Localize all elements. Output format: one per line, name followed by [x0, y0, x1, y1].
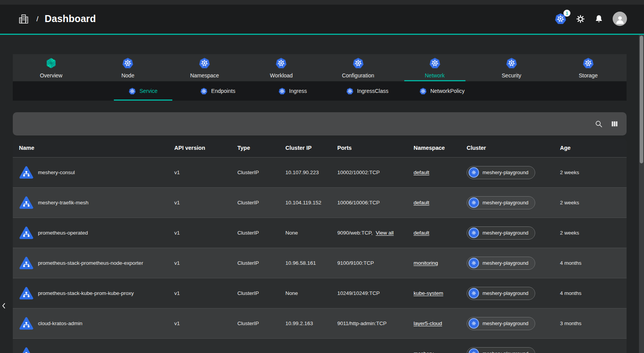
kubernetes-icon: [469, 348, 479, 353]
ports-cell: [337, 351, 414, 353]
cluster-cell: meshery-playground: [467, 196, 560, 209]
kubernetes-icon: [469, 167, 479, 178]
kubernetes-icon: [275, 57, 287, 69]
table-row[interactable]: cloud-kratos-admin v1 ClusterIP 10.99.2.…: [13, 308, 627, 338]
cluster-chip[interactable]: meshery-playground: [467, 196, 535, 209]
namespace-cell: default: [414, 230, 467, 236]
namespace-link[interactable]: monitoring: [414, 260, 438, 266]
table-row[interactable]: prometheus-stack-kube-prom-kube-proxy v1…: [13, 278, 627, 308]
age-cell: 3 months: [560, 320, 627, 326]
service-triangle-icon: [19, 256, 34, 271]
kubernetes-icon: [469, 258, 479, 268]
cluster-chip[interactable]: meshery-playground: [467, 257, 535, 270]
subtab-networkpolicy[interactable]: NetworkPolicy: [405, 81, 479, 101]
kubernetes-icon: [352, 57, 364, 69]
namespace-cell: default: [414, 170, 467, 175]
table-row[interactable]: meshery-consul v1 ClusterIP 10.107.90.22…: [13, 157, 627, 187]
namespace-cell: meshery: [414, 351, 467, 353]
table-row[interactable]: prometheus-stack-prometheus-node-exporte…: [13, 248, 627, 278]
tab-configuration[interactable]: Configuration: [320, 54, 397, 81]
column-header-type[interactable]: Type: [237, 145, 285, 151]
namespace-link[interactable]: meshery: [414, 351, 434, 353]
kubernetes-context-button[interactable]: 1: [555, 13, 567, 25]
tab-network[interactable]: Network: [397, 54, 473, 81]
age-cell: 2 weeks: [560, 230, 627, 236]
tab-storage[interactable]: Storage: [550, 54, 627, 81]
tab-node[interactable]: Node: [89, 54, 166, 81]
tab-workload[interactable]: Workload: [243, 54, 319, 81]
page-scrollbar[interactable]: [639, 35, 644, 353]
building-icon[interactable]: [18, 13, 29, 25]
service-triangle-icon: [19, 346, 34, 353]
sidebar-collapse-button[interactable]: [0, 299, 9, 313]
settings-gear-icon[interactable]: [576, 14, 585, 24]
table-row[interactable]: meshery-traefik-mesh v1 ClusterIP 10.104…: [13, 187, 627, 218]
column-header-cluster-ip[interactable]: Cluster IP: [285, 145, 337, 151]
column-header-name[interactable]: Name: [19, 145, 174, 151]
ports-cell: 10002/10002:TCP: [337, 170, 414, 175]
subtab-ingress[interactable]: Ingress: [255, 81, 330, 101]
cluster-chip[interactable]: meshery-playground: [467, 317, 535, 330]
subtab-service[interactable]: Service: [106, 81, 180, 101]
view-all-ports-link[interactable]: View all: [376, 230, 393, 236]
cluster-chip[interactable]: meshery-playground: [467, 226, 535, 240]
kubernetes-icon: [419, 87, 427, 95]
cluster-chip-label: meshery-playground: [483, 200, 529, 206]
view-columns-icon[interactable]: [610, 120, 619, 128]
subtab-ingressclass[interactable]: IngressClass: [330, 81, 405, 101]
network-subtabbar: Service Endpoints Ingress IngressClass N…: [13, 81, 627, 101]
column-header-api-version[interactable]: API version: [174, 145, 237, 151]
namespace-link[interactable]: default: [414, 170, 429, 175]
api-version-cell: v1: [174, 290, 237, 296]
service-triangle-icon: [19, 195, 34, 210]
cluster-ip-cell: None: [285, 290, 337, 296]
tab-label: Security: [502, 72, 522, 79]
cluster-chip[interactable]: meshery-playground: [467, 166, 535, 179]
age-cell: 4 months: [560, 260, 627, 266]
table-row[interactable]: meshery meshery-playground: [13, 338, 627, 353]
column-header-age[interactable]: Age: [560, 145, 627, 151]
namespace-link[interactable]: default: [414, 200, 429, 206]
service-triangle-icon: [19, 286, 34, 301]
kubernetes-icon: [469, 197, 479, 208]
column-header-ports[interactable]: Ports: [337, 145, 414, 151]
tab-namespace[interactable]: Namespace: [166, 54, 243, 81]
column-header-cluster[interactable]: Cluster: [467, 145, 560, 151]
namespace-link[interactable]: layer5-cloud: [414, 320, 442, 326]
chevron-left-icon: [0, 302, 8, 310]
subtab-endpoints[interactable]: Endpoints: [180, 81, 255, 101]
type-cell: ClusterIP: [237, 230, 285, 236]
type-cell: ClusterIP: [237, 170, 285, 175]
kubernetes-icon: [506, 57, 517, 69]
cluster-chip[interactable]: meshery-playground: [467, 287, 535, 300]
tab-security[interactable]: Security: [473, 54, 550, 81]
cluster-chip-label: meshery-playground: [483, 230, 529, 236]
api-version-cell: v1: [174, 320, 237, 326]
tab-label: Network: [425, 72, 445, 79]
user-avatar[interactable]: [613, 12, 627, 26]
cluster-ip-cell: 10.107.90.223: [285, 170, 337, 175]
resource-tabbar: Overview Node Namespace Workload Configu…: [13, 54, 627, 81]
cluster-chip[interactable]: meshery-playground: [467, 347, 535, 353]
tab-overview[interactable]: Overview: [13, 54, 89, 81]
service-name: meshery-traefik-mesh: [38, 200, 89, 206]
namespace-link[interactable]: kube-system: [414, 290, 443, 296]
search-icon[interactable]: [594, 120, 603, 128]
cluster-cell: meshery-playground: [467, 287, 560, 300]
name-cell: prometheus-stack-kube-prom-kube-proxy: [19, 286, 174, 301]
namespace-link[interactable]: default: [414, 230, 429, 236]
service-triangle-icon: [19, 165, 34, 180]
scrollbar-thumb[interactable]: [640, 36, 643, 163]
service-triangle-icon: [19, 316, 34, 331]
kubernetes-icon: [582, 57, 594, 69]
kubernetes-icon: [469, 228, 479, 238]
column-header-namespace[interactable]: Namespace: [414, 145, 467, 151]
table-row[interactable]: prometheus-operated v1 ClusterIP None 90…: [13, 218, 627, 248]
kubernetes-icon: [122, 57, 134, 69]
kubernetes-icon: [129, 87, 136, 95]
person-icon: [614, 14, 626, 26]
cluster-ip-cell: 10.99.2.163: [285, 320, 337, 326]
service-name: prometheus-stack-prometheus-node-exporte…: [38, 260, 143, 266]
kubernetes-icon: [199, 57, 210, 69]
notifications-bell-icon[interactable]: [594, 14, 603, 23]
